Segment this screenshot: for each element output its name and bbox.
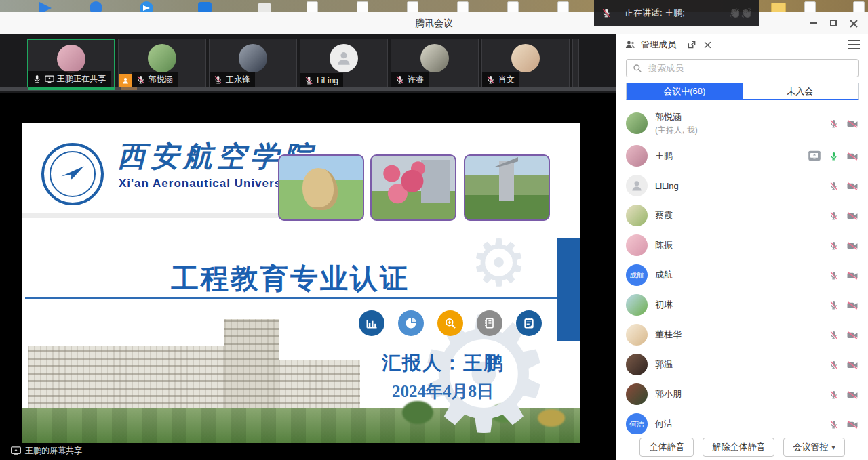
- participant-name: 许睿: [408, 74, 424, 85]
- airplane-icon: [59, 161, 86, 188]
- file-icon: [507, 1, 519, 12]
- members-icon: [625, 40, 636, 49]
- member-status-icons: [829, 360, 859, 370]
- mic-muted-icon: [829, 181, 839, 191]
- file-icon: [853, 1, 865, 12]
- camera-off-icon: [846, 241, 859, 251]
- camera-off-icon: [846, 211, 859, 221]
- member-search[interactable]: [626, 59, 859, 77]
- member-name: 何洁: [655, 418, 673, 430]
- video-thumbnail[interactable]: 王鹏正在共享: [27, 39, 115, 88]
- campus-photo-stone: [278, 154, 364, 221]
- minimize-button[interactable]: [803, 14, 823, 32]
- member-row[interactable]: 蔡霞: [626, 201, 859, 230]
- presentation-slide: 西安航空学院 Xi'an Aeronautical University ⚙ ⚙…: [22, 123, 580, 443]
- panel-close-icon[interactable]: [703, 41, 712, 49]
- avatar: [626, 175, 648, 196]
- member-name: 王鹏: [655, 150, 673, 162]
- participant-name: 王永锋: [226, 74, 250, 85]
- maximize-button[interactable]: [823, 14, 844, 32]
- campus-photo-statue: [464, 154, 550, 221]
- member-row[interactable]: 郭温: [626, 350, 859, 379]
- screen-share-icon: [11, 446, 21, 455]
- video-thumbnail[interactable]: LiLing: [300, 39, 388, 88]
- participant-name: 王鹏正在共享: [57, 73, 106, 85]
- unmute-all-button[interactable]: 解除全体静音: [703, 438, 774, 457]
- meeting-control-button[interactable]: 会议管控▾: [783, 438, 844, 457]
- thumbnail-name-label: 许睿: [391, 72, 429, 87]
- person-icon: [121, 77, 130, 85]
- mic-muted-icon: [601, 7, 612, 18]
- app-plane-icon: [140, 1, 153, 12]
- video-thumbnail[interactable]: 许睿: [391, 39, 479, 88]
- member-row[interactable]: 何洁何洁: [626, 409, 859, 434]
- presenter-line: 汇报人：王鹏: [314, 350, 572, 376]
- search-input[interactable]: [647, 62, 852, 74]
- person-icon: [630, 179, 644, 192]
- avatar: [420, 44, 449, 72]
- slide-title: 工程教育专业认证: [22, 260, 558, 297]
- close-button[interactable]: [844, 14, 864, 32]
- avatar: [148, 44, 176, 72]
- menu-icon[interactable]: [848, 40, 860, 49]
- camera-off-icon: [846, 330, 859, 340]
- mic-muted-icon: [829, 211, 839, 221]
- avatar: [626, 383, 648, 405]
- popout-icon[interactable]: [687, 40, 696, 49]
- screen-share-text: 王鹏的屏幕共享: [25, 445, 82, 457]
- blue-side-bar: [557, 238, 580, 341]
- member-panel-header: 管理成员: [616, 34, 868, 56]
- member-row[interactable]: 王鹏: [626, 141, 859, 171]
- mic-muted-icon: [829, 241, 839, 251]
- file-icon: [407, 1, 418, 12]
- member-role: (主持人, 我): [655, 125, 698, 136]
- member-status-icons: [808, 150, 859, 161]
- member-status-icons: [829, 300, 859, 310]
- camera-off-icon: [846, 390, 859, 400]
- university-logo-inner: [50, 151, 96, 197]
- shared-screen-stage: 王鹏正在共享 郭悦涵 王永锋 LiLing 许睿 肖文 西安航空学院: [0, 34, 616, 460]
- shared-window-tab2: [121, 87, 137, 90]
- participant-name: 肖文: [498, 74, 515, 85]
- video-thumbnail[interactable]: 郭悦涵: [118, 39, 206, 88]
- member-row[interactable]: 郭悦涵(主持人, 我): [626, 106, 859, 141]
- member-tabs: 会议中(68) 未入会: [626, 83, 859, 100]
- thumbnail-name-label: 肖文: [482, 72, 519, 87]
- file-icon: [457, 1, 469, 12]
- university-logo: [41, 143, 104, 205]
- app-triangle-icon: [39, 2, 52, 12]
- mute-all-button[interactable]: 全体静音: [639, 438, 694, 457]
- member-name: 成航: [655, 269, 673, 281]
- mic-muted-icon: [829, 390, 839, 400]
- member-list[interactable]: 郭悦涵(主持人, 我) 王鹏 LiLing 蔡霞 陈振 成: [616, 106, 868, 434]
- member-row[interactable]: 董桂华: [626, 320, 859, 350]
- file-icon: [557, 1, 569, 12]
- avatar: [57, 45, 85, 73]
- speaking-text: 正在讲话: 王鹏;: [625, 7, 685, 19]
- screen-share-label: 王鹏的屏幕共享: [11, 445, 82, 457]
- tab-not-joined[interactable]: 未入会: [743, 83, 859, 99]
- slide-date: 2024年4月8日: [314, 380, 572, 402]
- member-row[interactable]: 陈振: [626, 230, 859, 260]
- member-row[interactable]: 初琳: [626, 290, 859, 320]
- member-row[interactable]: 郭小朋: [626, 379, 859, 409]
- avatar: [626, 294, 648, 316]
- university-name-en: Xi'an Aeronautical University: [119, 177, 297, 190]
- mic-on-icon: [32, 74, 42, 84]
- avatar: [626, 324, 648, 346]
- video-thumbnail[interactable]: 王永锋: [209, 39, 297, 88]
- member-row[interactable]: 成航成航: [626, 260, 859, 290]
- video-thumbnail[interactable]: 肖文: [481, 39, 570, 88]
- file-icon: [357, 1, 368, 12]
- screen-sharing-badge-icon: [808, 150, 821, 161]
- member-row[interactable]: LiLing: [626, 171, 859, 201]
- mic-muted-icon: [829, 119, 839, 129]
- member-name: 郭温: [655, 358, 673, 371]
- tab-in-meeting[interactable]: 会议中(68): [627, 83, 743, 99]
- participant-name: LiLing: [317, 76, 338, 85]
- camera-off-icon: [846, 360, 859, 370]
- avatar: [626, 112, 648, 134]
- camera-off-icon: [846, 270, 859, 280]
- member-name: LiLing: [655, 181, 679, 191]
- member-name: 郭悦涵: [655, 111, 698, 123]
